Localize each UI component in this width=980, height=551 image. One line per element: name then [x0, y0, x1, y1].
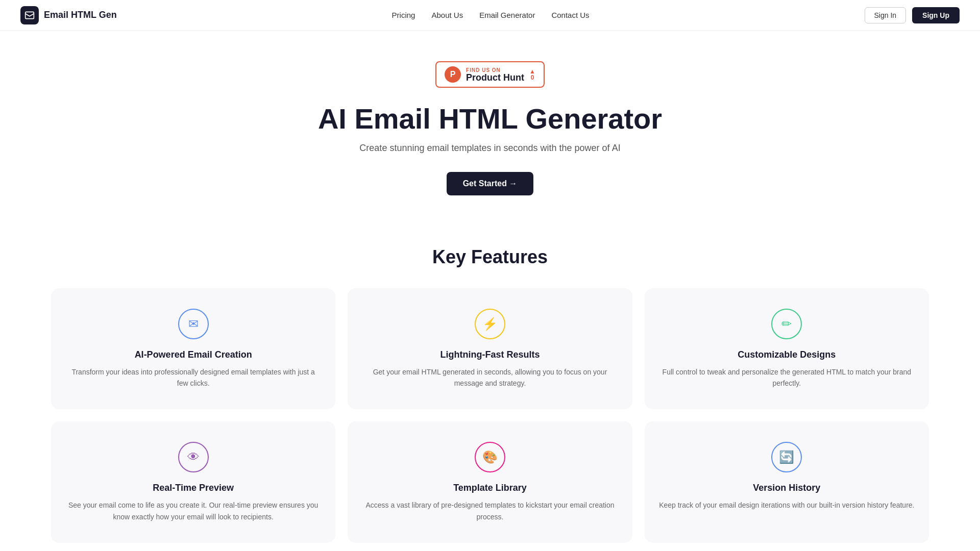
- nav-actions: Sign In Sign Up: [865, 7, 960, 23]
- feature-desc-customizable: Full control to tweak and personalize th…: [659, 366, 915, 389]
- feature-desc-template-library: Access a vast library of pre-designed te…: [362, 499, 618, 522]
- nav-about[interactable]: About Us: [431, 11, 463, 19]
- navbar: Email HTML Gen Pricing About Us Email Ge…: [0, 0, 980, 31]
- nav-contact[interactable]: Contact Us: [551, 11, 589, 19]
- feature-desc-ai-powered: Transform your ideas into professionally…: [65, 366, 321, 389]
- feature-title-customizable: Customizable Designs: [738, 349, 836, 360]
- features-section: Key Features ✉ AI-Powered Email Creation…: [0, 216, 980, 551]
- logo-text: Email HTML Gen: [44, 10, 117, 20]
- signin-button[interactable]: Sign In: [865, 7, 906, 23]
- feature-title-lightning-fast: Lightning-Fast Results: [440, 349, 540, 360]
- feature-title-template-library: Template Library: [453, 483, 527, 493]
- product-hunt-badge[interactable]: P FIND US ON Product Hunt ▲ 0: [435, 61, 545, 88]
- hero-section: P FIND US ON Product Hunt ▲ 0 AI Email H…: [0, 31, 980, 216]
- feature-desc-lightning-fast: Get your email HTML generated in seconds…: [362, 366, 618, 389]
- ph-vote-count: 0: [531, 74, 534, 81]
- ph-text: FIND US ON Product Hunt: [466, 67, 524, 82]
- feature-card-ai-powered: ✉ AI-Powered Email Creation Transform yo…: [51, 288, 335, 410]
- ph-find-label: FIND US ON: [466, 67, 501, 73]
- feature-icon-customizable: ✏: [771, 309, 802, 339]
- ph-platform-name: Product Hunt: [466, 73, 524, 82]
- feature-card-template-library: 🎨 Template Library Access a vast library…: [348, 421, 632, 543]
- feature-title-real-time-preview: Real-Time Preview: [153, 483, 234, 493]
- feature-icon-ai-powered: ✉: [178, 309, 209, 339]
- feature-card-version-history: 🔄 Version History Keep track of your ema…: [645, 421, 929, 543]
- logo[interactable]: Email HTML Gen: [20, 6, 117, 24]
- logo-icon: [20, 6, 39, 24]
- feature-desc-version-history: Keep track of your email design iteratio…: [659, 499, 914, 511]
- feature-title-version-history: Version History: [753, 483, 820, 493]
- ph-upvote: ▲ 0: [529, 68, 535, 81]
- feature-icon-template-library: 🎨: [475, 442, 505, 472]
- feature-icon-lightning-fast: ⚡: [475, 309, 505, 339]
- ph-logo-icon: P: [445, 66, 461, 83]
- nav-pricing[interactable]: Pricing: [392, 11, 415, 19]
- feature-icon-real-time-preview: 👁: [178, 442, 209, 472]
- feature-icon-version-history: 🔄: [771, 442, 802, 472]
- feature-desc-real-time-preview: See your email come to life as you creat…: [65, 499, 321, 522]
- get-started-button[interactable]: Get Started →: [447, 172, 534, 195]
- feature-card-lightning-fast: ⚡ Lightning-Fast Results Get your email …: [348, 288, 632, 410]
- features-title: Key Features: [51, 246, 929, 268]
- svg-rect-0: [26, 12, 34, 18]
- hero-subtitle: Create stunning email templates in secon…: [359, 143, 620, 154]
- feature-card-customizable: ✏ Customizable Designs Full control to t…: [645, 288, 929, 410]
- feature-card-real-time-preview: 👁 Real-Time Preview See your email come …: [51, 421, 335, 543]
- signup-button[interactable]: Sign Up: [912, 7, 960, 23]
- feature-title-ai-powered: AI-Powered Email Creation: [135, 349, 252, 360]
- nav-generator[interactable]: Email Generator: [479, 11, 535, 19]
- nav-links: Pricing About Us Email Generator Contact…: [392, 11, 590, 20]
- features-grid: ✉ AI-Powered Email Creation Transform yo…: [51, 288, 929, 543]
- hero-title: AI Email HTML Generator: [318, 103, 662, 135]
